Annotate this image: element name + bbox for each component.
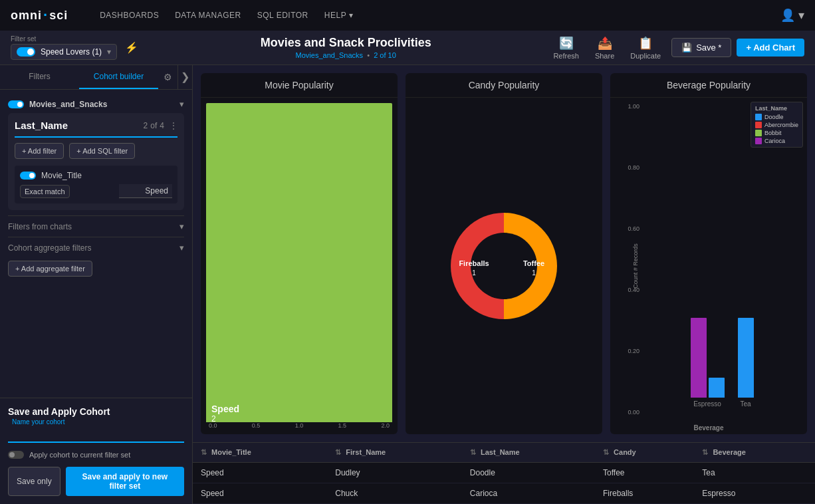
dataset-name: Movies_and_Snacks [8, 100, 107, 109]
dataset-chevron-icon[interactable]: ▾ [179, 99, 184, 109]
treemap-block: Speed 2 [206, 103, 392, 429]
col-last-name[interactable]: ⇅ Last_Name [462, 443, 595, 463]
chart3-legend: Last_Name Doodle Abercrombie Bobbit [751, 102, 803, 148]
filter-group-menu-icon[interactable]: ⋮ [170, 121, 177, 130]
filter-set-label: Filter set [11, 35, 117, 43]
subtitle-page: 2 of 10 [374, 51, 396, 59]
sort-icon-first-name: ⇅ [335, 448, 341, 456]
col-first-name[interactable]: ⇅ First_Name [327, 443, 462, 463]
donut-label-fireballs: Fireballs [459, 259, 489, 267]
chart-candy-popularity: Candy Popularity Fireballs 1 [406, 73, 602, 434]
filter-match-type[interactable]: Exact match [20, 185, 70, 198]
table-cell: Speed [193, 483, 327, 504]
add-aggregate-filter-button[interactable]: + Add aggregate filter [8, 261, 92, 277]
nav-data-manager[interactable]: DATA MANAGER [175, 8, 241, 23]
logo: omni·sci [11, 7, 68, 24]
user-icon[interactable]: 👤 ▾ [780, 8, 804, 23]
legend-item-abercrombie: Abercrombie [755, 122, 798, 128]
nav-sql-editor[interactable]: SQL EDITOR [257, 8, 308, 23]
save-button[interactable]: 💾 Save * [671, 38, 731, 57]
sidebar: Filters Cohort builder ⚙ ❯ Movies_and_Sn… [0, 65, 193, 504]
tab-filters[interactable]: Filters [0, 65, 79, 89]
dataset-header: Movies_and_Snacks ▾ [8, 95, 184, 113]
table-cell: Fireballs [595, 483, 694, 504]
filter-row: Movie_Title Exact match Speed [15, 166, 177, 203]
nav-help[interactable]: HELP ▾ [324, 8, 353, 23]
chart2-title: Candy Popularity [406, 73, 602, 98]
table-cell: Doodle [462, 463, 595, 483]
apply-cohort-toggle[interactable] [8, 451, 24, 459]
save-apply-button[interactable]: Save and apply to new filter set [66, 467, 184, 496]
add-chart-button[interactable]: + Add Chart [737, 39, 804, 57]
treemap-x-min: 0.0 [209, 422, 217, 429]
bar-group-espresso-bars [691, 305, 725, 398]
legend-item-doodle: Doodle [755, 114, 798, 120]
toolbar: Filter set Speed Lovers (1) ▾ ⚡ Movies a… [0, 31, 815, 65]
table-section: ⇅ Movie_Title ⇅ First_Name ⇅ Last_Name [193, 442, 815, 504]
save-buttons: Save only Save and apply to new filter s… [8, 467, 184, 496]
nav-links: DASHBOARDS DATA MANAGER SQL EDITOR HELP … [100, 8, 353, 23]
cohort-name-label: Name your cohort [11, 418, 66, 426]
duplicate-button[interactable]: 📋 Duplicate [625, 33, 666, 63]
main-content: Movie Popularity Speed 2 0.0 0.5 1.0 [193, 65, 815, 504]
col-candy[interactable]: ⇅ Candy [595, 443, 694, 463]
apply-toggle-row: Apply cohort to current filter set [8, 451, 184, 459]
cohort-aggregate-section[interactable]: Cohort aggregate filters ▾ [8, 237, 184, 258]
filter-set-dropdown[interactable]: Speed Lovers (1) ▾ [11, 44, 117, 60]
save-only-button[interactable]: Save only [8, 467, 60, 496]
add-sql-filter-button[interactable]: + Add SQL filter [69, 143, 135, 159]
bar-group-espresso: Espresso [691, 305, 725, 408]
filter-set-chevron-icon: ▾ [107, 47, 111, 57]
x-axis-title: Beverage [610, 424, 807, 432]
toolbar-title: Movies and Snack Proclivities Movies_and… [144, 36, 548, 59]
filter-count: 2 of 4 ⋮ [144, 121, 177, 130]
sidebar-tab-actions: ⚙ [158, 65, 177, 89]
table-cell: Speed [193, 463, 327, 483]
main-layout: Filters Cohort builder ⚙ ❯ Movies_and_Sn… [0, 65, 815, 504]
toolbar-actions: 🔄 Refresh 📤 Share 📋 Duplicate 💾 Save * +… [548, 33, 804, 63]
filter-value[interactable]: Speed [119, 184, 172, 198]
duplicate-label: Duplicate [630, 52, 661, 60]
col-beverage[interactable]: ⇅ Beverage [694, 443, 815, 463]
chart3-body: Count # Records 1.00 0.80 0.60 0.40 0.20… [610, 98, 807, 434]
filters-from-charts-section[interactable]: Filters from charts ▾ [8, 215, 184, 237]
save-cohort-section: Save and Apply Cohort Name your cohort A… [0, 398, 192, 504]
cohort-name-input[interactable] [8, 424, 184, 443]
filter-row-label: Movie_Title [41, 171, 82, 180]
filter-set-toggle[interactable] [17, 47, 35, 57]
refresh-button[interactable]: 🔄 Refresh [548, 33, 584, 63]
filter-icon[interactable]: ⚡ [125, 41, 138, 54]
filter-group: Last_Name 2 of 4 ⋮ + Add filter + Add SQ… [8, 113, 184, 210]
sort-icon-beverage: ⇅ [702, 448, 708, 456]
bar-tea-doodle [738, 318, 754, 398]
refresh-icon: 🔄 [559, 36, 574, 51]
bar-group-tea-bars [738, 305, 754, 398]
col-movie-title[interactable]: ⇅ Movie_Title [193, 443, 327, 463]
table-row: SpeedChuckCariocaFireballsEspresso [193, 483, 815, 504]
chart-beverage-popularity: Beverage Popularity Count # Records 1.00… [610, 73, 807, 434]
filter-set-selector: Filter set Speed Lovers (1) ▾ [11, 35, 117, 60]
apply-toggle-label: Apply cohort to current filter set [29, 451, 130, 459]
donut-chart: Fireballs 1 Toffee 1 [437, 199, 570, 332]
charts-row: Movie Popularity Speed 2 0.0 0.5 1.0 [193, 65, 815, 442]
bar-chart-bars: Espresso Tea [691, 103, 754, 421]
sort-icon-candy: ⇅ [603, 448, 609, 456]
dataset-toggle[interactable] [8, 100, 24, 108]
save-cohort-title: Save and Apply Cohort [8, 406, 184, 417]
treemap-x-1: 0.5 [252, 422, 261, 429]
page-title: Movies and Snack Proclivities [144, 36, 548, 50]
filter-row-toggle: Movie_Title [20, 171, 172, 180]
tab-cohort-builder[interactable]: Cohort builder [79, 65, 158, 89]
settings-icon[interactable]: ⚙ [164, 72, 172, 82]
share-label: Share [595, 52, 614, 60]
filter-row-inputs: Exact match Speed [20, 184, 172, 198]
table-cell: Tea [694, 463, 815, 483]
collapse-sidebar-button[interactable]: ❯ [177, 65, 192, 89]
add-filter-button[interactable]: + Add filter [15, 143, 64, 159]
filter-row-toggle-control[interactable] [20, 172, 36, 180]
share-button[interactable]: 📤 Share [590, 33, 620, 63]
logo-dot: · [43, 7, 48, 24]
bar-label-tea: Tea [740, 400, 751, 408]
bar-espresso-doodle [709, 378, 725, 398]
nav-dashboards[interactable]: DASHBOARDS [100, 8, 159, 23]
